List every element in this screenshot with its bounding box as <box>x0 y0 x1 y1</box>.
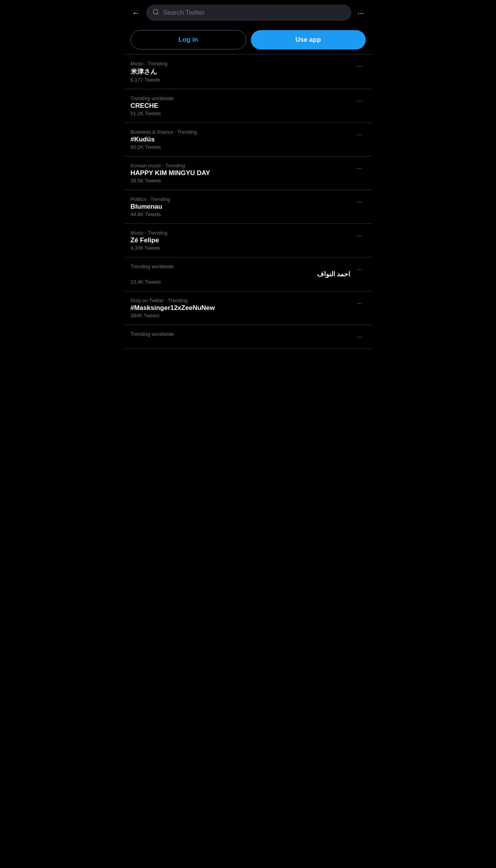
trending-more-button[interactable]: ··· <box>353 230 365 241</box>
list-item[interactable]: Trending worldwide ··· <box>124 325 372 349</box>
trending-content: Only on Twitter · Trending #Masksinger12… <box>131 298 351 318</box>
more-icon: ··· <box>356 265 362 273</box>
trending-more-button[interactable]: ··· <box>353 298 365 309</box>
trending-count: 44.8K Tweets <box>131 211 351 217</box>
use-app-button[interactable]: Use app <box>251 30 366 49</box>
trending-more-button[interactable]: ··· <box>353 264 365 275</box>
trending-content: Trending worldwide <box>131 331 351 338</box>
list-item[interactable]: Music · Trending 米津さん 6,177 Tweets ··· <box>124 54 372 89</box>
trending-content: Politics · Trending Blumenau 44.8K Tweet… <box>131 196 351 217</box>
trending-count: 4,306 Tweets <box>131 245 351 251</box>
search-icon <box>152 9 159 17</box>
trending-category: Politics · Trending <box>131 196 351 202</box>
trending-category: Only on Twitter · Trending <box>131 298 351 303</box>
list-item[interactable]: Trending worldwide احمد النواف 13.4K Twe… <box>124 257 372 291</box>
search-placeholder-text: Search Twitter <box>163 9 205 17</box>
trending-topic: #Kudüs <box>131 136 351 143</box>
back-button[interactable]: ← <box>131 7 141 19</box>
list-item[interactable]: Politics · Trending Blumenau 44.8K Tweet… <box>124 190 372 224</box>
trending-topic: #Masksinger12xZeeNuNew <box>131 304 351 312</box>
trending-count: 39.5K Tweets <box>131 178 351 184</box>
trending-topic: HAPPY KIM MINGYU DAY <box>131 169 351 177</box>
more-icon: ··· <box>356 198 362 206</box>
trending-category: Business & finance · Trending <box>131 129 351 135</box>
list-item[interactable]: Business & finance · Trending #Kudüs 60.… <box>124 123 372 157</box>
trending-category: Music · Trending <box>131 61 351 66</box>
more-icon: ··· <box>356 333 362 340</box>
trending-category: Trending worldwide <box>131 95 351 101</box>
trending-count: 60.2K Tweets <box>131 144 351 150</box>
trending-topic: Zé Felipe <box>131 237 351 244</box>
trending-content: Korean music · Trending HAPPY KIM MINGYU… <box>131 163 351 184</box>
more-options-button[interactable]: ··· <box>356 7 366 19</box>
trending-content: Trending worldwide احمد النواف 13.4K Twe… <box>131 264 351 285</box>
more-icon: ··· <box>356 131 362 138</box>
trending-list: Music · Trending 米津さん 6,177 Tweets ··· T… <box>124 54 372 349</box>
trending-more-button[interactable]: ··· <box>353 196 365 208</box>
trending-count: 51.2K Tweets <box>131 111 351 116</box>
trending-topic: 米津さん <box>131 67 351 76</box>
list-item[interactable]: Only on Twitter · Trending #Masksinger12… <box>124 291 372 325</box>
ellipsis-icon: ··· <box>358 9 364 17</box>
list-item[interactable]: Trending worldwide CRECHE 51.2K Tweets ·… <box>124 89 372 123</box>
more-icon: ··· <box>356 164 362 172</box>
trending-topic: CRECHE <box>131 102 351 110</box>
trending-count: 13.4K Tweets <box>131 279 351 285</box>
trending-more-button[interactable]: ··· <box>353 331 365 342</box>
more-icon: ··· <box>356 97 362 105</box>
svg-line-1 <box>157 13 158 14</box>
trending-count: 384K Tweets <box>131 313 351 318</box>
trending-category: Korean music · Trending <box>131 163 351 168</box>
trending-category: Trending worldwide <box>131 331 351 337</box>
more-icon: ··· <box>356 231 362 239</box>
trending-content: Music · Trending 米津さん 6,177 Tweets <box>131 61 351 83</box>
trending-count: 6,177 Tweets <box>131 77 351 83</box>
more-icon: ··· <box>356 299 362 307</box>
trending-category: Trending worldwide <box>131 264 351 269</box>
trending-content: Trending worldwide CRECHE 51.2K Tweets <box>131 95 351 116</box>
trending-category: Music · Trending <box>131 230 351 236</box>
trending-more-button[interactable]: ··· <box>353 163 365 174</box>
list-item[interactable]: Music · Trending Zé Felipe 4,306 Tweets … <box>124 224 372 257</box>
trending-more-button[interactable]: ··· <box>353 61 365 72</box>
trending-topic: احمد النواف <box>131 270 351 278</box>
more-icon: ··· <box>356 62 362 70</box>
trending-content: Business & finance · Trending #Kudüs 60.… <box>131 129 351 150</box>
auth-bar: Log in Use app <box>124 26 372 54</box>
search-bar[interactable]: Search Twitter <box>146 5 351 21</box>
list-item[interactable]: Korean music · Trending HAPPY KIM MINGYU… <box>124 157 372 190</box>
header: ← Search Twitter ··· <box>124 0 372 26</box>
trending-content: Music · Trending Zé Felipe 4,306 Tweets <box>131 230 351 251</box>
trending-more-button[interactable]: ··· <box>353 129 365 140</box>
login-button[interactable]: Log in <box>131 30 246 49</box>
trending-topic: Blumenau <box>131 203 351 211</box>
trending-more-button[interactable]: ··· <box>353 95 365 107</box>
